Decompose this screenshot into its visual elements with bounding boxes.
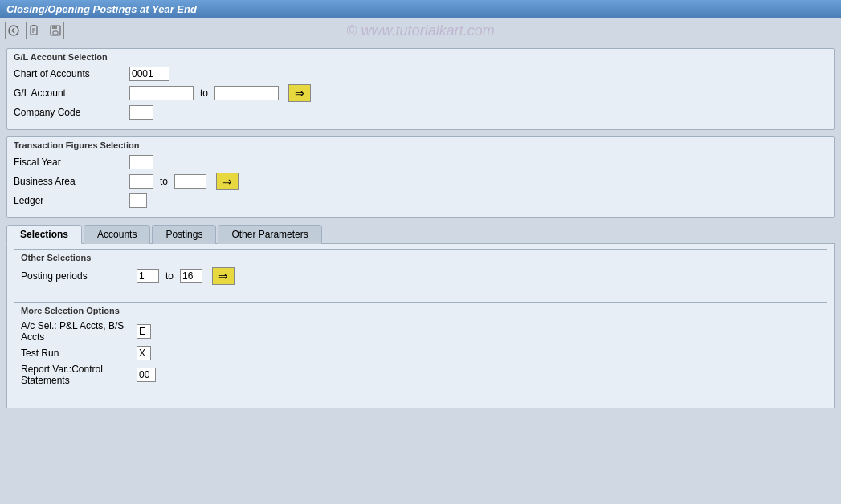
chart-of-accounts-row: Chart of Accounts	[14, 67, 827, 81]
watermark: © www.tutorialkart.com	[346, 22, 494, 39]
main-content: G/L Account Selection Chart of Accounts …	[0, 43, 841, 413]
posting-periods-label: Posting periods	[21, 270, 133, 282]
tab-postings[interactable]: Postings	[152, 225, 216, 244]
test-run-row: Test Run	[21, 346, 820, 360]
ac-sel-label: A/c Sel.: P&L Accts, B/S Accts	[21, 320, 133, 343]
gl-account-to-input[interactable]	[214, 86, 279, 100]
business-area-arrow-button[interactable]: ⇒	[216, 173, 239, 190]
ledger-label: Ledger	[14, 195, 126, 206]
svg-rect-7	[52, 26, 57, 29]
business-area-from-input[interactable]	[129, 174, 153, 189]
gl-account-title: G/L Account Selection	[14, 52, 827, 63]
fiscal-year-input[interactable]	[129, 155, 153, 169]
back-button[interactable]	[5, 22, 22, 39]
svg-point-0	[9, 26, 18, 35]
toolbar: © www.tutorialkart.com	[0, 18, 841, 43]
fiscal-year-row: Fiscal Year	[14, 155, 827, 169]
business-area-label: Business Area	[14, 176, 126, 187]
transaction-title: Transaction Figures Selection	[14, 140, 827, 152]
gl-account-row: G/L Account to ⇒	[14, 84, 827, 102]
other-selections-title: Other Selections	[21, 253, 820, 264]
svg-rect-2	[32, 25, 35, 26]
business-area-row: Business Area to ⇒	[14, 173, 827, 190]
test-run-input[interactable]	[137, 346, 151, 360]
gl-account-section: G/L Account Selection Chart of Accounts …	[6, 48, 835, 130]
save-button[interactable]	[47, 22, 64, 39]
transaction-section: Transaction Figures Selection Fiscal Yea…	[6, 136, 835, 218]
gl-account-to-label: to	[200, 87, 208, 99]
chart-of-accounts-label: Chart of Accounts	[14, 68, 126, 79]
fiscal-year-label: Fiscal Year	[14, 156, 126, 168]
more-selection-section: More Selection Options A/c Sel.: P&L Acc…	[14, 302, 827, 396]
gl-account-label: G/L Account	[14, 87, 126, 99]
ac-sel-input[interactable]	[137, 324, 151, 339]
tab-other-parameters[interactable]: Other Parameters	[218, 225, 321, 244]
clipboard-button[interactable]	[26, 22, 43, 39]
ledger-input[interactable]	[129, 193, 147, 208]
report-var-row: Report Var.:Control Statements	[21, 364, 820, 386]
tabs-container: Selections Accounts Postings Other Param…	[6, 225, 835, 244]
posting-periods-to-label: to	[165, 270, 174, 282]
gl-account-from-input[interactable]	[129, 86, 194, 100]
more-selection-title: More Selection Options	[21, 306, 820, 317]
ac-sel-row: A/c Sel.: P&L Accts, B/S Accts	[21, 320, 820, 343]
company-code-label: Company Code	[14, 107, 126, 118]
company-code-row: Company Code	[14, 105, 827, 120]
business-area-to-input[interactable]	[174, 174, 206, 189]
ledger-row: Ledger	[14, 193, 827, 208]
posting-periods-from-input[interactable]	[137, 269, 159, 283]
posting-periods-arrow-button[interactable]: ⇒	[212, 267, 235, 285]
posting-periods-to-input[interactable]	[180, 269, 202, 283]
title-text: Closing/Opening Postings at Year End	[6, 3, 197, 15]
posting-periods-row: Posting periods to ⇒	[21, 267, 820, 285]
gl-account-arrow-button[interactable]: ⇒	[288, 84, 311, 102]
tab-accounts[interactable]: Accounts	[84, 225, 150, 244]
test-run-label: Test Run	[21, 348, 133, 359]
tab-selections[interactable]: Selections	[6, 225, 82, 244]
other-selections-section: Other Selections Posting periods to ⇒	[14, 249, 827, 295]
svg-rect-8	[53, 31, 58, 35]
tab-content: Other Selections Posting periods to ⇒ Mo…	[6, 243, 835, 408]
chart-of-accounts-input[interactable]	[129, 67, 169, 81]
report-var-input[interactable]	[137, 368, 156, 382]
business-area-to-label: to	[160, 176, 168, 187]
report-var-label: Report Var.:Control Statements	[21, 364, 133, 386]
company-code-input[interactable]	[129, 105, 153, 120]
title-bar: Closing/Opening Postings at Year End	[0, 0, 841, 18]
